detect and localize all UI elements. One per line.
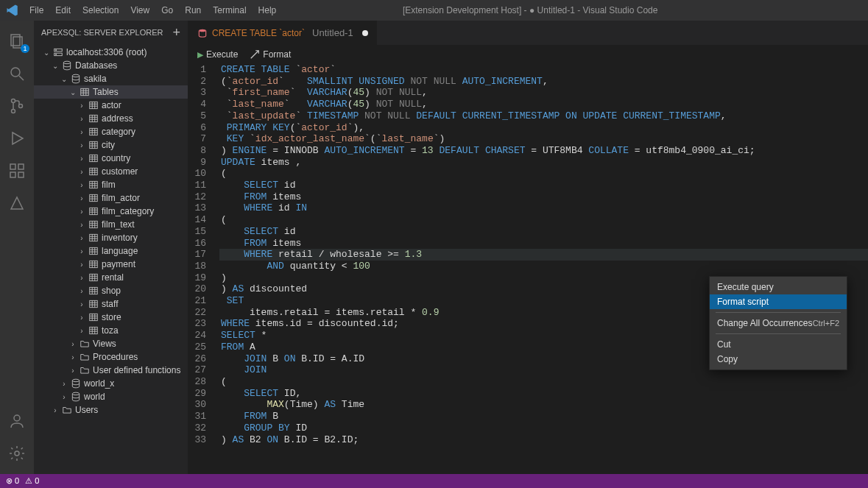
chevron-right-icon[interactable]: › — [77, 233, 87, 243]
tree-row[interactable]: ›User defined functions — [34, 364, 188, 377]
code-line[interactable]: ( — [219, 214, 868, 226]
code-line[interactable]: CREATE TABLE `actor` — [219, 64, 868, 76]
tree-row[interactable]: ⌄localhost:3306 (root) — [34, 46, 188, 59]
tree-row[interactable]: ›film_actor — [34, 191, 188, 205]
tree-row[interactable]: ›world_x — [34, 377, 188, 390]
chevron-right-icon[interactable]: › — [59, 378, 69, 389]
chevron-right-icon[interactable]: › — [77, 272, 87, 283]
chevron-right-icon[interactable]: › — [77, 127, 87, 137]
chevron-right-icon[interactable]: › — [77, 153, 87, 163]
chevron-right-icon[interactable]: › — [77, 100, 87, 110]
menu-terminal[interactable]: Terminal — [207, 2, 252, 18]
tree-row[interactable]: ›payment — [34, 258, 188, 271]
menu-view[interactable]: View — [124, 2, 155, 18]
chevron-right-icon[interactable]: › — [77, 166, 87, 177]
menu-file[interactable]: File — [24, 2, 49, 18]
tree-row[interactable]: ›store — [34, 311, 188, 324]
menu-selection[interactable]: Selection — [77, 2, 124, 18]
tree-row[interactable]: ›film — [34, 178, 188, 191]
chevron-right-icon[interactable]: › — [59, 392, 69, 402]
activity-apexsql-icon[interactable] — [0, 187, 34, 219]
chevron-right-icon[interactable]: › — [77, 259, 87, 269]
context-item[interactable]: Execute query — [710, 280, 847, 294]
chevron-right-icon[interactable]: › — [68, 352, 78, 362]
code-line[interactable]: KEY `idx_actor_last_name`(`last_name`) — [219, 133, 868, 145]
code-line[interactable]: FROM items — [219, 238, 868, 250]
tree-row[interactable]: ›staff — [34, 297, 188, 311]
tree-row[interactable]: ›address — [34, 112, 188, 125]
format-button[interactable]: Format — [250, 49, 291, 60]
tree-row[interactable]: ›film_text — [34, 218, 188, 231]
chevron-down-icon[interactable]: ⌄ — [41, 47, 52, 57]
tree-row[interactable]: ›film_category — [34, 205, 188, 218]
tree-row[interactable]: ›shop — [34, 284, 188, 297]
code-line[interactable]: AND quantity < 100 — [219, 261, 868, 272]
tree-row[interactable]: ›actor — [34, 99, 188, 112]
tree-row[interactable]: ›Procedures — [34, 350, 188, 364]
chevron-right-icon[interactable]: › — [77, 113, 87, 124]
code-content[interactable]: CREATE TABLE `actor`(`actor_id` SMALLINT… — [219, 64, 868, 474]
code-line[interactable]: FROM B — [219, 411, 868, 422]
activity-scm-icon[interactable] — [0, 90, 34, 122]
menu-edit[interactable]: Edit — [49, 2, 77, 18]
code-line[interactable]: ( — [219, 376, 868, 388]
chevron-right-icon[interactable]: › — [50, 405, 60, 415]
chevron-right-icon[interactable]: › — [77, 193, 87, 203]
chevron-right-icon[interactable]: › — [77, 246, 87, 256]
code-line[interactable]: WHERE retail / wholesale >= 1.3 — [219, 249, 868, 261]
code-line[interactable]: WHERE id IN — [219, 202, 868, 214]
activity-explorer-icon[interactable]: 1 — [0, 25, 34, 57]
context-item[interactable]: Format script — [710, 294, 847, 309]
status-errors[interactable]: ⊗ 0 — [6, 476, 19, 486]
code-line[interactable]: ) AS B2 ON B.ID = B2.ID; — [219, 434, 868, 446]
tree-row[interactable]: ›Views — [34, 337, 188, 350]
code-line[interactable]: MAX(Time) AS Time — [219, 399, 868, 411]
code-line[interactable]: ( — [219, 168, 868, 180]
activity-account-icon[interactable] — [0, 405, 34, 437]
editor-tab[interactable]: CREATE TABLE `actor` Untitled-1 — [188, 21, 378, 45]
chevron-right-icon[interactable]: › — [77, 299, 87, 309]
chevron-down-icon[interactable]: ⌄ — [68, 87, 78, 97]
chevron-right-icon[interactable]: › — [77, 206, 87, 216]
chevron-right-icon[interactable]: › — [77, 140, 87, 150]
menu-go[interactable]: Go — [155, 2, 179, 18]
menu-run[interactable]: Run — [179, 2, 207, 18]
code-line[interactable]: SELECT id — [219, 226, 868, 238]
chevron-down-icon[interactable]: ⌄ — [59, 74, 69, 84]
tree-row[interactable]: ›world — [34, 390, 188, 403]
tree-row[interactable]: ›toza — [34, 324, 188, 337]
code-line[interactable]: (`actor_id` SMALLINT UNSIGNED NOT NULL A… — [219, 76, 868, 88]
chevron-right-icon[interactable]: › — [77, 312, 87, 322]
code-line[interactable]: UPDATE items , — [219, 157, 868, 169]
code-line[interactable]: `first_name` VARCHAR(45) NOT NULL, — [219, 87, 868, 99]
menu-help[interactable]: Help — [253, 2, 283, 18]
context-item[interactable]: Cut — [710, 337, 847, 352]
code-line[interactable]: `last_name` VARCHAR(45) NOT NULL, — [219, 99, 868, 110]
chevron-right-icon[interactable]: › — [77, 286, 87, 296]
tree-row[interactable]: ›country — [34, 152, 188, 165]
activity-settings-icon[interactable] — [0, 437, 34, 470]
context-item[interactable]: Copy — [710, 352, 847, 367]
activity-debug-icon[interactable] — [0, 122, 34, 155]
chevron-right-icon[interactable]: › — [77, 180, 87, 190]
code-line[interactable]: `last_update` TIMESTAMP NOT NULL DEFAULT… — [219, 110, 868, 122]
chevron-down-icon[interactable]: ⌄ — [50, 60, 60, 71]
activity-extensions-icon[interactable] — [0, 155, 34, 187]
add-connection-icon[interactable]: + — [172, 25, 180, 40]
tree-row[interactable]: ›inventory — [34, 231, 188, 244]
chevron-right-icon[interactable]: › — [68, 339, 78, 349]
tree-row[interactable]: ⌄sakila — [34, 72, 188, 85]
code-line[interactable]: SELECT ID, — [219, 388, 868, 400]
execute-button[interactable]: ▶ Execute — [197, 49, 238, 60]
code-line[interactable]: FROM items — [219, 191, 868, 203]
tree-row[interactable]: ⌄Databases — [34, 59, 188, 72]
context-item[interactable]: Change All OccurrencesCtrl+F2 — [710, 316, 847, 330]
code-line[interactable]: PRIMARY KEY(`actor_id`), — [219, 122, 868, 134]
tree-row[interactable]: ›category — [34, 125, 188, 138]
activity-search-icon[interactable] — [0, 57, 34, 90]
code-line[interactable]: GROUP BY ID — [219, 422, 868, 434]
code-line[interactable]: SELECT id — [219, 180, 868, 191]
chevron-right-icon[interactable]: › — [77, 325, 87, 336]
tree-row[interactable]: ⌄Tables — [34, 85, 188, 99]
tree-row[interactable]: ›language — [34, 244, 188, 258]
